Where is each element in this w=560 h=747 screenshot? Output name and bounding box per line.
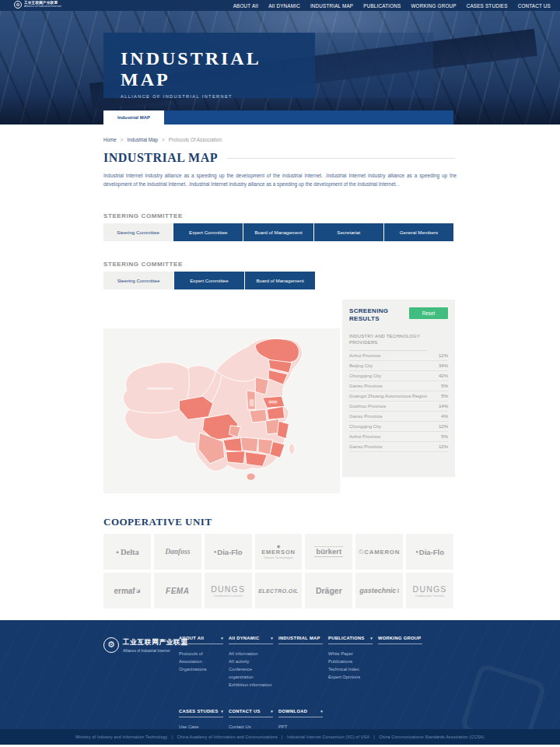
chevron-down-icon: ▾	[271, 636, 273, 640]
breadcrumb-home[interactable]: Home	[103, 137, 117, 142]
screening-row[interactable]: Gansu Province12%	[349, 442, 448, 452]
footer-head-contact-us[interactable]: CONTACT US▾	[229, 709, 273, 717]
page-title: INDUSTRIAL MAP	[103, 151, 218, 165]
footer-head-publications[interactable]: PUBLICATIONS▾	[328, 636, 373, 644]
hero-overlay-secondary	[315, 33, 433, 98]
partner-logo-electro-oil[interactable]: ELECTRO.OIL	[255, 573, 303, 608]
china-map[interactable]	[112, 333, 331, 489]
footer-head-working-group[interactable]: WORKING GROUP	[378, 636, 422, 644]
partner-logo-burkert[interactable]: bürkert	[305, 534, 352, 570]
nav-item-contact-us[interactable]: CONTACT US	[518, 3, 551, 9]
tab-steering-committee-2[interactable]: Steering Committee	[103, 272, 173, 289]
province-name: Guangxi Zhuang Autonomous Region	[349, 394, 427, 398]
partner-logo-ermaf[interactable]: ermaf◪	[103, 573, 151, 608]
screening-row[interactable]: Guangxi Zhuang Autonomous Region5%	[349, 391, 448, 402]
screening-row[interactable]: Gansu Province4%	[349, 412, 448, 422]
province-name: Gansu Province	[349, 414, 383, 419]
logo-subtext: Climate Technologies	[264, 556, 293, 559]
partner-logo-emerson[interactable]: ◆EMERSONClimate Technologies	[255, 534, 303, 570]
logo-text: gastechnic	[359, 587, 396, 594]
partner-logo-gastechnic[interactable]: gastechnic∥	[355, 573, 403, 608]
province-value: 5%	[441, 394, 448, 398]
footer-link[interactable]: Conference organization	[229, 665, 273, 681]
province-name: Beijing City	[349, 363, 373, 368]
site-logo[interactable]: ⚙ 工业互联网产业联盟 Alliance of Industrial Inter…	[14, 1, 61, 9]
footer-head-download[interactable]: DOWNLOAD▾	[278, 709, 323, 717]
footer-link[interactable]: Organizations	[179, 665, 223, 673]
footer-columns-row-2: CASES STUDIES▾ Use Case Testedbed CONTAC…	[179, 709, 459, 729]
partner-logo-dungs[interactable]: DUNGSCombustion Controls	[205, 573, 252, 608]
footer-head-cases-studies[interactable]: CASES STUDIES▾	[179, 709, 223, 717]
partner-logo-cameron[interactable]: ⒸCAMERON	[355, 534, 403, 570]
gear-logo-icon: ⚙	[103, 637, 119, 653]
nav-item-publications[interactable]: PUBLICATIONS	[363, 3, 401, 9]
partner-logo-delta[interactable]: ▲Delta	[103, 534, 151, 570]
partner-logo-dia-flo[interactable]: ●Dia-Flo	[205, 534, 252, 570]
tab-board-of-management-2[interactable]: Board of Management	[244, 272, 315, 289]
footer-link[interactable]: Contact Us	[229, 723, 273, 729]
reset-button[interactable]: Reset	[409, 307, 448, 319]
partner-logo-fema[interactable]: FEMA	[154, 573, 201, 608]
tab-board-of-management[interactable]: Board of Management	[243, 223, 313, 241]
footer-link[interactable]: AII activity	[229, 658, 273, 665]
footer-head-industrial-map[interactable]: INDUSTRIAL MAP	[278, 636, 323, 644]
province-value: 42%	[439, 374, 448, 378]
footer-col-aii-dynamic: AII DYNAMIC▾ AII information AII activit…	[229, 636, 273, 689]
province-shapes[interactable]	[123, 338, 302, 480]
footer-logo[interactable]: ⚙ 工业互联网产业联盟 Alliance of Industrial Inter…	[103, 637, 188, 653]
province-name: Chongqing City	[349, 424, 381, 429]
footer-bottom-bar: Ministry of Industry and Information Tec…	[0, 729, 560, 745]
footer-head-about-aii[interactable]: ABOUT AII▾	[179, 636, 223, 644]
footer-link[interactable]: Publications	[328, 658, 373, 665]
partner-logo-dia-flo-2[interactable]: ●Dia-Flo	[406, 534, 453, 570]
breadcrumb-industrial-map[interactable]: Industrial Map	[127, 137, 158, 142]
tab-expert-committee-2[interactable]: Expert Committee	[173, 272, 244, 289]
screening-row[interactable]: Chongqing City12%	[349, 422, 448, 432]
partner-logo-draeger[interactable]: Dräger	[305, 573, 352, 608]
breadcrumb-current: Protocols Of Association	[169, 137, 222, 142]
logo-text: FEMA	[166, 587, 189, 595]
partner-logo-dungs-2[interactable]: DUNGSCombustion Controls	[406, 573, 453, 608]
screening-row[interactable]: Chongqing City42%	[349, 371, 448, 381]
footer-link[interactable]: White Paper	[328, 650, 373, 658]
tab-secretariat[interactable]: Secretariat	[313, 223, 383, 241]
footer-col-about-aii: ABOUT AII▾ Protocols of Association Orga…	[179, 636, 223, 689]
title-divider	[227, 158, 455, 159]
partner-logo-danfoss[interactable]: Danfoss	[154, 534, 201, 570]
screening-row[interactable]: Anhui Province12%	[349, 351, 448, 361]
section-heading-steering-committee-1: STEERING COMMITTEE	[103, 212, 560, 219]
tab-general-members[interactable]: General Members	[383, 223, 453, 241]
screening-row[interactable]: Beijing City34%	[349, 361, 448, 371]
footer-link[interactable]: Expert Opinions	[328, 673, 373, 681]
footer-link[interactable]: Technical Index	[328, 665, 373, 673]
tab-steering-committee[interactable]: Steering Committee	[103, 223, 173, 241]
footer-head-aii-dynamic[interactable]: AII DYNAMIC▾	[229, 636, 273, 644]
nav-item-cases-studies[interactable]: CASES STUDIES	[467, 3, 508, 9]
footer-link[interactable]: Protocols of Association	[179, 650, 223, 665]
hero-banner: INDUSTRIAL MAP ALLIANCE OF INDUSTRIAL IN…	[0, 11, 560, 124]
nav-item-working-group[interactable]: WORKING GROUP	[411, 3, 456, 9]
intro-paragraph: Industrial Internet industry alliance as…	[103, 171, 457, 188]
committee-tabs-2: Steering Committee Expert Committee Boar…	[103, 272, 315, 289]
screening-row[interactable]: Guizhou Province14%	[349, 402, 448, 412]
footer-link[interactable]: Use Case	[179, 723, 223, 729]
logo-text: ermaf	[114, 587, 135, 595]
footer-link[interactable]: AII information	[229, 650, 273, 658]
logo-text: ELECTRO.OIL	[258, 588, 298, 594]
logo-text: EMERSON	[261, 549, 296, 556]
nav-item-aii-dynamic[interactable]: AII DYNAMIC	[268, 3, 300, 9]
footer-link[interactable]: PPT	[278, 723, 323, 729]
nav-item-industrial-map[interactable]: INDUSTRIAL MAP	[310, 3, 353, 9]
tab-expert-committee[interactable]: Expert Committee	[173, 223, 243, 241]
screening-row[interactable]: Gansu Province5%	[349, 381, 448, 391]
logo-subtext: Combustion Controls	[415, 594, 444, 598]
tab-industrial-map-active[interactable]: Industrial MAP	[103, 110, 164, 124]
screening-results-title: SCREENING RESULTS	[349, 307, 397, 322]
ermaf-square-icon: ◪	[136, 588, 141, 593]
footer-link[interactable]: Exhibition information	[229, 681, 273, 689]
footer: ⚙ 工业互联网产业联盟 Alliance of Industrial Inter…	[0, 620, 560, 729]
breadcrumb-separator: >	[121, 137, 124, 142]
nav-item-about-aii[interactable]: ABOUT AII	[233, 3, 258, 9]
logo-text: Delta	[121, 548, 139, 556]
screening-row[interactable]: Anhui Province5%	[349, 432, 448, 442]
